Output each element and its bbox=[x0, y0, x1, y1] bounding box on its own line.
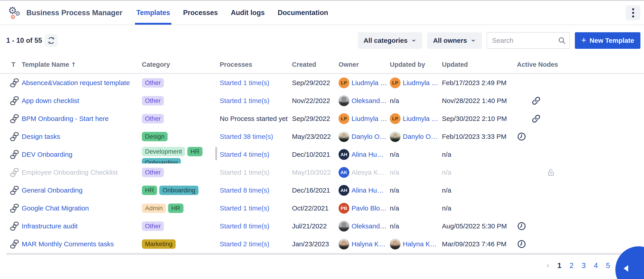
processes-link[interactable]: Started 1 time(s) bbox=[220, 97, 270, 105]
table-row: Absence&Vacation request templateOtherSt… bbox=[0, 74, 644, 92]
chevron-down-icon bbox=[411, 38, 416, 43]
table-cell-type bbox=[6, 221, 22, 231]
column-header-updated[interactable]: Updated bbox=[442, 61, 517, 68]
table-cell-updated-by: n/a bbox=[390, 222, 442, 230]
tab-templates[interactable]: Templates bbox=[136, 1, 170, 25]
kebab-menu-button[interactable] bbox=[626, 5, 640, 20]
pagination-prev-button[interactable]: ‹ bbox=[546, 261, 549, 270]
template-name-link[interactable]: Employee Onboarding Checklist bbox=[22, 169, 118, 176]
owner-link[interactable]: AHAlina Hu… bbox=[338, 185, 384, 196]
template-name-link[interactable]: Google Chat Migration bbox=[22, 204, 89, 212]
owner-link[interactable]: PBPavlo Blo… bbox=[338, 203, 387, 214]
pagination-page-2[interactable]: 2 bbox=[570, 261, 574, 270]
updated-by-link[interactable]: Danylo O… bbox=[390, 131, 438, 142]
owner-link[interactable]: AKAlesya K… bbox=[338, 167, 385, 178]
avatar bbox=[338, 131, 349, 142]
table-cell-updated-by: Danylo O… bbox=[390, 131, 442, 142]
pagination-page-4[interactable]: 4 bbox=[594, 261, 598, 270]
template-name-link[interactable]: App down checklist bbox=[22, 97, 79, 105]
user-name: Pavlo Blo… bbox=[352, 204, 387, 212]
processes-link[interactable]: Started 1 time(s) bbox=[220, 169, 270, 176]
template-name-link[interactable]: Infrastructure audit bbox=[22, 222, 78, 230]
owner-link[interactable]: LPLiudmyla … bbox=[338, 78, 387, 88]
owner-link[interactable]: AHAlina Hu… bbox=[338, 149, 384, 160]
column-header-created[interactable]: Created bbox=[292, 61, 338, 68]
refresh-button[interactable] bbox=[45, 34, 58, 47]
column-header-category[interactable]: Category bbox=[142, 61, 220, 68]
pagination-page-3[interactable]: 3 bbox=[582, 261, 586, 270]
table-cell-processes: Started 1 time(s) bbox=[220, 79, 292, 87]
table-cell-category: Other bbox=[142, 74, 220, 92]
category-badge: Onboarding bbox=[159, 186, 198, 195]
updated-by-value: n/a bbox=[390, 222, 399, 230]
updated-by-link[interactable]: LPLiudmyla … bbox=[390, 78, 438, 88]
tab-processes[interactable]: Processes bbox=[182, 1, 218, 25]
table-row: BPM Onboarding - Start hereOtherNo Proce… bbox=[0, 110, 644, 128]
avatar bbox=[390, 239, 400, 249]
processes-link[interactable]: Started 8 time(s) bbox=[220, 186, 270, 194]
category-badge: Marketing bbox=[142, 239, 176, 249]
template-icon bbox=[10, 239, 19, 249]
pagination: ‹123456› bbox=[0, 255, 644, 270]
processes-link[interactable]: Started 2 time(s) bbox=[220, 240, 270, 248]
template-name-link[interactable]: BPM Onboarding - Start here bbox=[22, 115, 109, 122]
horizontal-scrollbar[interactable] bbox=[6, 253, 638, 255]
template-name-link[interactable]: Design tasks bbox=[22, 133, 60, 140]
user-name: Alesya K… bbox=[352, 169, 385, 176]
template-icon bbox=[10, 186, 19, 195]
pagination-page-5[interactable]: 5 bbox=[606, 261, 610, 270]
owner-link[interactable]: Danylo O… bbox=[338, 131, 386, 142]
pagination-page-1[interactable]: 1 bbox=[558, 261, 562, 270]
clock-icon bbox=[517, 132, 532, 141]
processes-link[interactable]: Started 38 time(s) bbox=[220, 133, 273, 140]
template-name-link[interactable]: DEV Onboarding bbox=[22, 151, 72, 158]
owners-filter-dropdown[interactable]: All owners bbox=[427, 32, 482, 49]
cell-scrollbar-thumb[interactable] bbox=[215, 147, 217, 160]
column-header-template-name[interactable]: Template Name ↑ bbox=[22, 61, 142, 68]
processes-link[interactable]: Started 1 time(s) bbox=[220, 204, 270, 212]
table-cell-created: Nov/22/2022 bbox=[292, 97, 338, 105]
updated-value: Feb/17/2023 2:49 PM bbox=[442, 79, 506, 87]
owner-link[interactable]: Oleksand… bbox=[338, 221, 387, 231]
owner-link[interactable]: Oleksand… bbox=[338, 95, 387, 106]
tab-audit-logs[interactable]: Audit logs bbox=[230, 1, 265, 25]
new-template-button[interactable]: + New Template bbox=[575, 32, 640, 49]
table-row: Design tasksDesignStarted 38 time(s)May/… bbox=[0, 128, 644, 146]
owner-link[interactable]: Halyna K… bbox=[338, 239, 386, 249]
table-cell-owner: Danylo O… bbox=[338, 131, 390, 142]
table-cell-owner: AKAlesya K… bbox=[338, 167, 390, 178]
template-name-link[interactable]: General Onboarding bbox=[22, 186, 82, 194]
column-header-owner[interactable]: Owner bbox=[338, 61, 390, 68]
table-cell-type bbox=[6, 132, 22, 141]
processes-link[interactable]: Started 4 time(s) bbox=[220, 151, 270, 158]
table-cell-category: Marketing bbox=[142, 235, 220, 253]
column-header-processes[interactable]: Processes bbox=[220, 61, 292, 68]
processes-link[interactable]: Started 8 time(s) bbox=[220, 222, 270, 230]
toolbar: 1 - 10 of 55 All categories All owners bbox=[0, 25, 644, 56]
table-cell-type bbox=[6, 186, 22, 195]
categories-filter-dropdown[interactable]: All categories bbox=[358, 32, 422, 49]
column-header-active-nodes[interactable]: Active Nodes bbox=[517, 61, 638, 68]
table-cell-type bbox=[6, 114, 22, 123]
updated-by-link[interactable]: Halyna K… bbox=[390, 239, 437, 249]
table-cell-category: Other bbox=[142, 110, 220, 128]
updated-by-link[interactable]: LPLiudmyla … bbox=[390, 113, 438, 124]
owner-link[interactable]: LPLiudmyla … bbox=[338, 113, 387, 124]
tab-documentation[interactable]: Documentation bbox=[277, 1, 329, 25]
main-nav: Templates Processes Audit logs Documenta… bbox=[136, 1, 328, 25]
updated-by-value: n/a bbox=[390, 186, 399, 194]
category-badge: Development bbox=[142, 147, 185, 156]
avatar bbox=[338, 239, 349, 249]
column-header-type[interactable]: T bbox=[6, 61, 22, 68]
link-icon bbox=[532, 96, 546, 105]
created-value: Nov/22/2022 bbox=[292, 97, 330, 105]
processes-link[interactable]: Started 1 time(s) bbox=[220, 79, 270, 87]
template-name-link[interactable]: Absence&Vacation request template bbox=[22, 79, 130, 87]
table-cell-template-name: Infrastructure audit bbox=[22, 222, 142, 230]
column-header-updated-by[interactable]: Updated by bbox=[390, 61, 442, 68]
category-badge: Design bbox=[142, 132, 168, 141]
template-name-link[interactable]: MAR Monthly Comments tasks bbox=[22, 240, 114, 248]
table-cell-owner: AHAlina Hu… bbox=[338, 185, 390, 196]
template-icon bbox=[10, 132, 19, 141]
table-cell-processes: Started 8 time(s) bbox=[220, 186, 292, 194]
